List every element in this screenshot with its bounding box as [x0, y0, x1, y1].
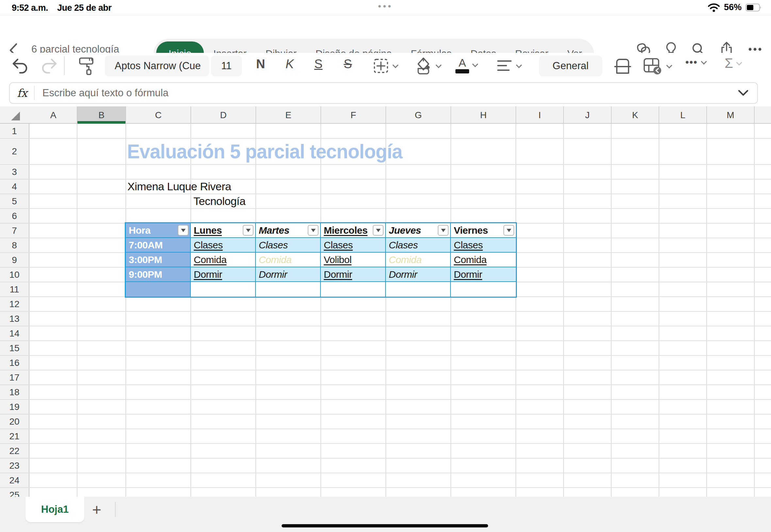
row-header-24[interactable]: 24	[0, 473, 29, 488]
table-header-lunes[interactable]: Lunes	[191, 223, 256, 238]
table-cell[interactable]: Comida	[191, 253, 256, 267]
row-header-22[interactable]: 22	[0, 444, 29, 458]
table-cell[interactable]: Volibol	[321, 253, 386, 267]
add-sheet-button[interactable]: +	[92, 501, 101, 519]
schedule-table: HoraLunesMartesMiercolesJuevesViernes7:0…	[125, 222, 517, 298]
header-divider	[754, 106, 755, 124]
table-cell[interactable]: Clases	[191, 238, 256, 253]
table-header-label: Lunes	[194, 225, 222, 236]
column-header-k[interactable]: K	[611, 106, 659, 124]
table-header-jueves[interactable]: Jueves	[386, 223, 451, 238]
row-header-1[interactable]: 1	[0, 124, 29, 138]
column-header-a[interactable]: A	[29, 106, 77, 124]
table-cell[interactable]: Dormir	[451, 267, 516, 282]
row-header-6[interactable]: 6	[0, 209, 29, 223]
table-time-cell[interactable]: 7:00AM	[126, 238, 191, 253]
filter-dropdown-button[interactable]	[503, 225, 514, 236]
home-indicator[interactable]	[282, 524, 488, 527]
gridline-vertical	[515, 124, 516, 497]
column-header-e[interactable]: E	[256, 106, 321, 124]
cell-d5-subject[interactable]: Tecnología	[194, 194, 245, 209]
column-header-m[interactable]: M	[707, 106, 754, 124]
table-cell[interactable]	[321, 282, 386, 297]
filter-dropdown-button[interactable]	[373, 225, 384, 236]
table-cell[interactable]: Dormir	[256, 267, 321, 282]
select-all-icon[interactable]	[11, 112, 20, 120]
row-header-17[interactable]: 17	[0, 370, 29, 385]
gridline-vertical	[706, 124, 707, 497]
gridline-horizontal	[0, 326, 771, 326]
row-header-10[interactable]: 10	[0, 267, 29, 282]
row-header-12[interactable]: 12	[0, 297, 29, 311]
table-header-viernes[interactable]: Viernes	[451, 223, 516, 238]
gridline-vertical	[563, 124, 564, 497]
header-divider	[190, 106, 191, 124]
column-header-c[interactable]: C	[126, 106, 191, 124]
table-cell[interactable]: Clases	[386, 238, 451, 253]
gridline-horizontal	[0, 311, 771, 312]
table-cell[interactable]	[256, 282, 321, 297]
row-header-18[interactable]: 18	[0, 385, 29, 399]
table-cell[interactable]: Comida	[386, 253, 451, 267]
row-header-16[interactable]: 16	[0, 355, 29, 370]
table-cell[interactable]	[386, 282, 451, 297]
excel-ipad-app: 9:52 a.m.Jue 25 de abr ••• 56% 6 parcial…	[0, 0, 771, 532]
column-header-d[interactable]: D	[191, 106, 256, 124]
table-cell[interactable]: Clases	[256, 238, 321, 253]
table-time-cell[interactable]: 9:00PM	[126, 267, 191, 282]
row-header-15[interactable]: 15	[0, 341, 29, 355]
table-cell[interactable]: Comida	[256, 253, 321, 267]
row-header-7[interactable]: 7	[0, 223, 29, 238]
row-header-21[interactable]: 21	[0, 429, 29, 444]
table-header-label: Miercoles	[324, 225, 368, 236]
gridline-horizontal	[0, 399, 771, 400]
filter-dropdown-button[interactable]	[308, 225, 319, 236]
column-header-i[interactable]: I	[516, 106, 563, 124]
column-header-j[interactable]: J	[563, 106, 611, 124]
row-header-13[interactable]: 13	[0, 311, 29, 326]
header-divider	[515, 106, 516, 124]
table-cell[interactable]	[191, 282, 256, 297]
table-cell[interactable]	[451, 282, 516, 297]
sheet-title-text: Evaluación 5 parcial tecnología	[127, 140, 402, 163]
sheet-tab-hoja1[interactable]: Hoja1	[25, 497, 84, 522]
table-cell[interactable]: Dormir	[191, 267, 256, 282]
filter-arrow-icon	[507, 229, 511, 232]
gridline-horizontal	[0, 458, 771, 459]
row-header-23[interactable]: 23	[0, 458, 29, 473]
table-cell[interactable]: Clases	[321, 238, 386, 253]
table-header-hora[interactable]: Hora	[126, 223, 191, 238]
gridline-horizontal	[0, 194, 771, 194]
gridline-horizontal	[0, 355, 771, 356]
header-divider	[563, 106, 564, 124]
cell-c2-title[interactable]: Evaluación 5 parcial tecnología	[127, 138, 414, 164]
row-header-14[interactable]: 14	[0, 326, 29, 341]
filter-dropdown-button[interactable]	[178, 225, 188, 236]
row-header-11[interactable]: 11	[0, 282, 29, 297]
row-header-20[interactable]: 20	[0, 414, 29, 429]
cell-c4-author[interactable]: Ximena Luque Rivera	[127, 179, 231, 194]
row-header-4[interactable]: 4	[0, 179, 29, 194]
row-header-2[interactable]: 2	[0, 138, 29, 164]
column-header-b[interactable]: B	[77, 106, 126, 124]
filter-dropdown-button[interactable]	[243, 225, 254, 236]
table-header-martes[interactable]: Martes	[256, 223, 321, 238]
column-header-h[interactable]: H	[451, 106, 516, 124]
column-header-g[interactable]: G	[386, 106, 451, 124]
table-cell[interactable]: Comida	[451, 253, 516, 267]
row-header-9[interactable]: 9	[0, 253, 29, 267]
table-time-cell[interactable]	[126, 282, 191, 297]
filter-dropdown-button[interactable]	[438, 225, 448, 236]
row-header-8[interactable]: 8	[0, 238, 29, 253]
row-header-19[interactable]: 19	[0, 399, 29, 414]
table-time-cell[interactable]: 3:00PM	[126, 253, 191, 267]
table-cell[interactable]: Dormir	[386, 267, 451, 282]
table-cell[interactable]: Clases	[451, 238, 516, 253]
column-header-l[interactable]: L	[659, 106, 707, 124]
row-header-3[interactable]: 3	[0, 164, 29, 179]
table-header-miercoles[interactable]: Miercoles	[321, 223, 386, 238]
gridline-vertical	[386, 124, 386, 497]
row-header-5[interactable]: 5	[0, 194, 29, 209]
table-cell[interactable]: Dormir	[321, 267, 386, 282]
column-header-f[interactable]: F	[321, 106, 386, 124]
